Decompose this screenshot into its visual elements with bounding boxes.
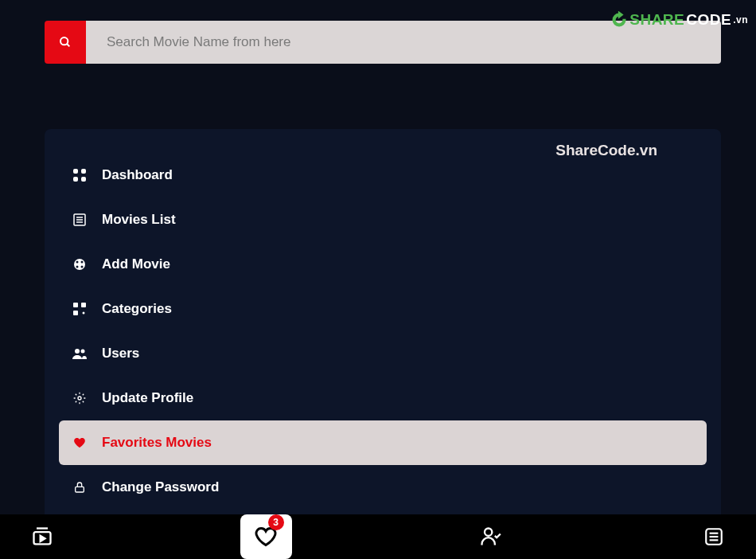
svg-marker-25 xyxy=(40,536,45,541)
bottom-nav-favorites[interactable]: 3 xyxy=(240,514,292,559)
svg-rect-3 xyxy=(81,169,86,174)
svg-rect-17 xyxy=(73,311,78,315)
list-icon xyxy=(72,212,88,228)
search-button[interactable] xyxy=(45,21,86,64)
play-stack-icon xyxy=(31,526,53,548)
sidebar-item-dashboard[interactable]: Dashboard xyxy=(59,153,707,197)
sidebar-item-categories[interactable]: Categories xyxy=(59,287,707,331)
watermark-logo: SHARECODE.vn xyxy=(610,11,748,29)
bottom-nav-movies[interactable] xyxy=(16,514,68,559)
sidebar-item-add-movie[interactable]: Add Movie xyxy=(59,242,707,287)
svg-point-10 xyxy=(74,259,85,270)
svg-point-26 xyxy=(485,529,492,536)
sidebar-item-label: Add Movie xyxy=(102,256,170,272)
logo-text-code: CODE xyxy=(686,11,731,29)
svg-point-0 xyxy=(60,37,68,45)
user-check-icon xyxy=(479,526,501,548)
grid-alt-icon xyxy=(72,301,88,317)
svg-point-20 xyxy=(81,350,85,354)
svg-point-18 xyxy=(83,312,85,315)
logo-text-suffix: .vn xyxy=(733,14,748,25)
svg-rect-4 xyxy=(73,177,78,182)
favorites-badge: 3 xyxy=(268,514,284,530)
bottom-nav-menu[interactable] xyxy=(688,514,740,559)
sidebar-item-movies-list[interactable]: Movies List xyxy=(59,197,707,242)
sidebar-item-label: Users xyxy=(102,346,139,362)
sidebar-item-label: Change Password xyxy=(102,479,219,495)
sidebar-item-favorites[interactable]: Favorites Movies xyxy=(59,420,707,465)
svg-point-14 xyxy=(81,266,84,268)
logo-text-share: SHARE xyxy=(629,11,684,29)
search-icon xyxy=(59,36,72,49)
svg-point-11 xyxy=(76,261,79,264)
bottom-nav-profile[interactable] xyxy=(464,514,516,559)
users-icon xyxy=(72,346,88,362)
sidebar-item-change-password[interactable]: Change Password xyxy=(59,465,707,510)
sidebar-item-label: Favorites Movies xyxy=(102,435,212,451)
svg-point-12 xyxy=(81,261,84,264)
menu-icon xyxy=(703,526,724,547)
sidebar-item-label: Dashboard xyxy=(102,167,173,183)
sidebar-menu: Dashboard Movies List xyxy=(59,153,707,510)
gear-icon xyxy=(72,390,88,406)
film-icon xyxy=(72,256,88,272)
svg-line-1 xyxy=(67,44,69,46)
svg-rect-2 xyxy=(73,169,78,174)
svg-point-13 xyxy=(76,266,79,268)
svg-rect-5 xyxy=(81,177,86,182)
svg-rect-16 xyxy=(81,303,86,307)
bottom-nav: 3 xyxy=(0,514,756,559)
heart-icon xyxy=(72,435,88,451)
lock-icon xyxy=(72,479,88,495)
sidebar-item-users[interactable]: Users xyxy=(59,331,707,376)
logo-icon xyxy=(610,11,628,29)
svg-point-21 xyxy=(78,397,81,400)
svg-rect-15 xyxy=(73,303,78,307)
grid-icon xyxy=(72,167,88,183)
svg-rect-22 xyxy=(76,487,84,492)
svg-point-19 xyxy=(75,349,80,354)
sidebar-item-update-profile[interactable]: Update Profile xyxy=(59,376,707,420)
watermark-text: ShareCode.vn xyxy=(555,142,657,159)
sidebar-item-label: Update Profile xyxy=(102,390,193,406)
sidebar-item-label: Movies List xyxy=(102,212,176,228)
sidebar-panel: ShareCode.vn Dashboard xyxy=(45,129,721,543)
sidebar-item-label: Categories xyxy=(102,301,172,317)
